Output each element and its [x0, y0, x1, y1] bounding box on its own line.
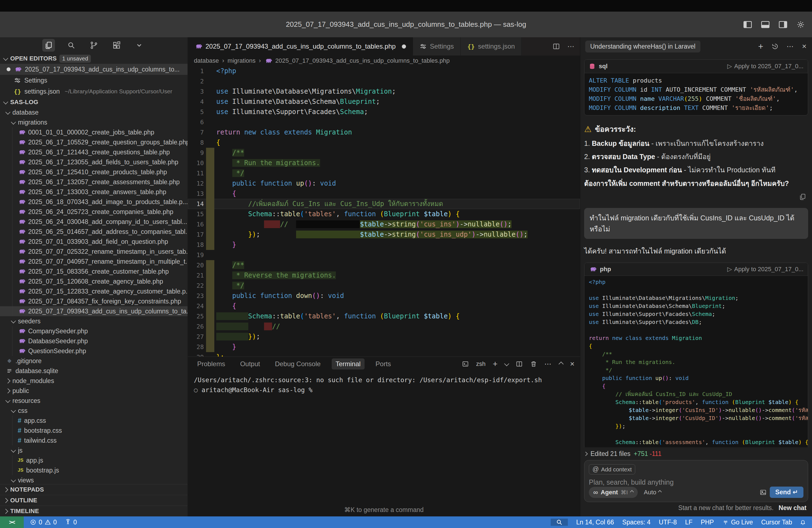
code-line[interactable]: 5use Illuminate\Support\Facades\Schema; — [188, 107, 580, 117]
tree-item[interactable]: 2025_06_25_014657_add_address_to_compani… — [0, 227, 188, 237]
code-line[interactable]: 26 // — [188, 321, 580, 332]
code-line[interactable]: 3use Illuminate\Database\Migrations\Migr… — [188, 86, 580, 97]
split-terminal-icon[interactable] — [516, 361, 523, 368]
code-line[interactable]: 1<?php — [188, 66, 580, 76]
code-line[interactable]: 10 * Run the migrations. — [188, 158, 580, 168]
more-actions-icon[interactable]: ⋯ — [567, 42, 575, 51]
code-line[interactable]: 9 /** — [188, 148, 580, 158]
tree-item[interactable]: 2025_06_17_121443_create_questions_table… — [0, 147, 188, 157]
edited-files-row[interactable]: Edited 21 files +751-111 — [584, 448, 808, 460]
code-editor[interactable]: 1<?php23use Illuminate\Database\Migratio… — [188, 66, 580, 356]
open-editor-item[interactable]: Settings — [0, 75, 188, 86]
status-go-live[interactable]: Go Live — [722, 518, 753, 526]
code-line[interactable]: 2 — [188, 76, 580, 86]
editor-tab[interactable]: Settings — [413, 37, 461, 56]
chat-input-box[interactable]: @Add context Plan, search, build anythin… — [584, 460, 808, 502]
tree-item[interactable]: #app.css — [0, 415, 188, 426]
ports-status[interactable]: 0 — [64, 518, 77, 526]
chat-close-icon[interactable]: × — [802, 42, 807, 51]
apply-button[interactable]: ▷Apply to 2025_07_17_0... — [727, 63, 803, 70]
code-line[interactable]: 18 } — [188, 240, 580, 250]
tree-item[interactable]: node_modules — [0, 376, 188, 386]
code-line[interactable]: 27 }); — [188, 332, 580, 342]
code-line[interactable]: 17 }); $table->string('cus_ins_udp')->nu… — [188, 230, 580, 240]
tree-item[interactable]: 2025_06_24_030048_add_company_id_to_user… — [0, 217, 188, 227]
tree-item[interactable]: 2025_06_17_105529_create_question_groups… — [0, 137, 188, 147]
code-line[interactable]: 8{ — [188, 137, 580, 148]
project-root-header[interactable]: SAS-LOG — [0, 97, 188, 107]
status-encoding[interactable]: UTF-8 — [659, 518, 677, 526]
status-eol[interactable]: LF — [685, 518, 693, 526]
tree-item[interactable]: 2025_07_15_083356_create_customer_table.… — [0, 266, 188, 276]
code-line[interactable]: 6 — [188, 117, 580, 127]
tree-item[interactable]: .gitignore — [0, 356, 188, 366]
sidebar-section-timeline[interactable]: TIMELINE — [0, 505, 188, 516]
status-cursor-tab[interactable]: Cursor Tab — [761, 518, 792, 526]
editor-tab[interactable]: 2025_07_17_093943_add_cus_ins_udp_column… — [188, 37, 413, 56]
status-spaces[interactable]: Spaces: 4 — [622, 518, 650, 526]
tree-item[interactable]: 2025_06_17_133003_create_answers_table.p… — [0, 187, 188, 197]
code-line[interactable]: 7return new class extends Migration — [188, 127, 580, 137]
breadcrumb[interactable]: database› migrations› 2025_07_17_093943_… — [188, 56, 580, 66]
tree-item[interactable]: QuestionSeeder.php — [0, 346, 188, 356]
status-language[interactable]: PHP — [701, 518, 714, 526]
sidebar-section-outline[interactable]: OUTLINE — [0, 495, 188, 505]
code-line[interactable]: 11 */ — [188, 168, 580, 178]
panel-tab-problems[interactable]: Problems — [193, 358, 229, 369]
sidebar-toolbar-grid[interactable] — [110, 39, 123, 52]
tree-item[interactable]: 2025_07_17_093943_add_cus_ins_udp_column… — [0, 306, 188, 316]
sidebar-toolbar-files[interactable] — [42, 39, 55, 52]
panel-tab-output[interactable]: Output — [236, 358, 264, 369]
layout-sidebar-left-icon[interactable] — [743, 21, 752, 28]
sidebar-toolbar-search[interactable] — [65, 39, 77, 52]
tree-item[interactable]: 2025_07_07_040957_rename_timestamp_in_mu… — [0, 256, 188, 266]
tree-item[interactable]: views — [0, 475, 188, 484]
code-line[interactable]: 23 public function down(): void — [188, 291, 580, 301]
tree-item[interactable]: 2025_06_17_125410_create_products_table.… — [0, 167, 188, 177]
code-line[interactable]: 16 // $table->string('cus_ins')->nullabl… — [188, 219, 580, 230]
panel-tab-ports[interactable]: Ports — [372, 358, 395, 369]
code-line[interactable]: 14 //เพิ่มคอลัมภ์ Cus_Ins และ Cus_Ins_Ud… — [188, 199, 580, 209]
code-line[interactable]: 24 { — [188, 301, 580, 311]
sidebar-toolbar-branch[interactable] — [88, 39, 100, 52]
split-editor-icon[interactable] — [552, 43, 560, 50]
tree-item[interactable]: JSapp.js — [0, 455, 188, 465]
code-line[interactable]: 12 public function up(): void — [188, 178, 580, 189]
panel-tab-debug-console[interactable]: Debug Console — [271, 358, 324, 369]
tree-item[interactable]: 0001_01_01_000002_create_jobs_table.php — [0, 127, 188, 137]
code-line[interactable]: 4use Illuminate\Database\Schema\Blueprin… — [188, 97, 580, 107]
tree-item[interactable]: 2025_07_07_025322_rename_timestamp_in_us… — [0, 247, 188, 256]
status-line-col[interactable]: Ln 14, Col 66 — [576, 518, 614, 526]
tree-item[interactable]: css — [0, 406, 188, 415]
tree-item[interactable]: DatabaseSeeder.php — [0, 336, 188, 346]
code-line[interactable]: 20 /** — [188, 260, 580, 270]
chat-more-icon[interactable]: ⋯ — [787, 42, 794, 51]
tree-item[interactable]: 2025_07_15_120608_create_agency_table.ph… — [0, 276, 188, 287]
editor-tab[interactable]: {}settings.json — [461, 37, 522, 56]
terminal-dropdown-icon[interactable] — [504, 361, 509, 366]
code-line[interactable]: 28 } — [188, 342, 580, 352]
code-line[interactable]: 19 — [188, 250, 580, 260]
remote-indicator[interactable]: >< — [0, 516, 24, 528]
chat-input-placeholder[interactable]: Plan, search, build anything — [589, 478, 803, 487]
open-editor-item[interactable]: {}settings.json~/Library/Application Sup… — [0, 86, 188, 97]
code-line[interactable]: 21 * Reverse the migrations. — [188, 270, 580, 281]
copy-icon[interactable] — [799, 193, 807, 201]
open-editors-header[interactable]: OPEN EDITORS 1 unsaved — [0, 53, 188, 64]
add-context-chip[interactable]: @Add context — [589, 464, 635, 474]
tree-item[interactable]: public — [0, 386, 188, 396]
apply-button[interactable]: ▷Apply to 2025_07_17_0... — [727, 266, 803, 273]
sidebar-section-notepads[interactable]: NOTEPADS — [0, 484, 188, 495]
code-line[interactable]: 22 */ — [188, 281, 580, 291]
tree-item[interactable]: 2025_07_01_033903_add_field_on_question.… — [0, 237, 188, 247]
kill-terminal-icon[interactable] — [530, 361, 537, 368]
terminal-more-icon[interactable]: ⋯ — [545, 360, 552, 368]
code-line[interactable]: 13 { — [188, 189, 580, 199]
shell-name[interactable]: zsh — [476, 361, 485, 368]
problems-status[interactable]: 0 0 — [30, 518, 57, 526]
tree-item[interactable]: database.sqlite — [0, 366, 188, 376]
tree-item[interactable]: migrations — [0, 117, 188, 127]
agent-mode-chip[interactable]: ∞ Agent ⌘I — [589, 487, 638, 498]
tree-item[interactable]: resources — [0, 396, 188, 406]
code-line[interactable]: 15 Schema::table('tables', function (Blu… — [188, 209, 580, 219]
